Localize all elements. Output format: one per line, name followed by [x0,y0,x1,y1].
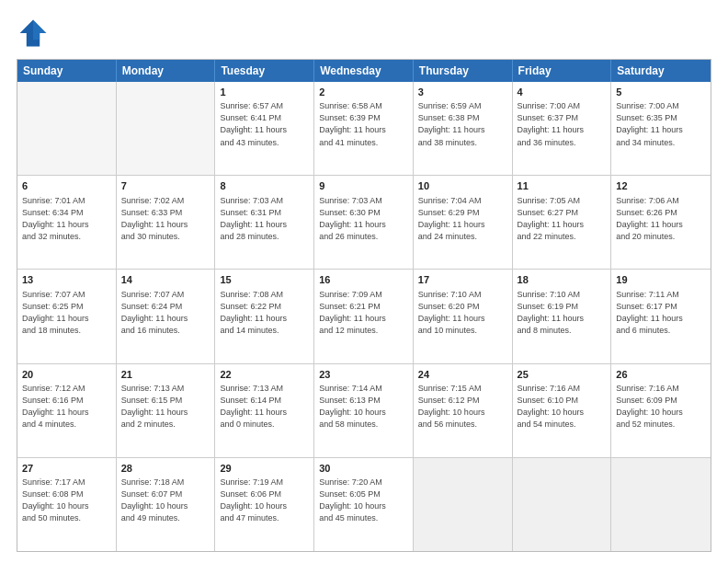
day-number: 1 [220,86,309,99]
day-detail: Sunrise: 7:10 AM Sunset: 6:19 PM Dayligh… [518,289,607,337]
calendar-cell [513,458,612,551]
day-detail: Sunrise: 7:19 AM Sunset: 6:06 PM Dayligh… [220,477,309,524]
calendar-header-cell: Sunday [17,60,117,82]
calendar-row: 1Sunrise: 6:57 AM Sunset: 6:41 PM Daylig… [17,82,711,175]
day-number: 16 [319,273,408,287]
day-number: 12 [616,179,706,193]
calendar-cell: 24Sunrise: 7:15 AM Sunset: 6:12 PM Dayli… [414,364,513,457]
day-detail: Sunrise: 7:03 AM Sunset: 6:30 PM Dayligh… [319,195,408,243]
calendar-cell: 27Sunrise: 7:17 AM Sunset: 6:08 PM Dayli… [17,458,117,551]
day-detail: Sunrise: 7:03 AM Sunset: 6:31 PM Dayligh… [220,195,309,243]
calendar-header-cell: Saturday [611,60,711,82]
day-detail: Sunrise: 7:09 AM Sunset: 6:21 PM Dayligh… [319,289,408,337]
day-detail: Sunrise: 6:58 AM Sunset: 6:39 PM Dayligh… [319,100,408,148]
calendar-cell: 15Sunrise: 7:08 AM Sunset: 6:22 PM Dayli… [215,270,314,362]
calendar-cell: 30Sunrise: 7:20 AM Sunset: 6:05 PM Dayli… [314,458,414,551]
calendar-header-cell: Tuesday [215,60,314,82]
day-number: 21 [121,368,210,382]
calendar-cell: 26Sunrise: 7:16 AM Sunset: 6:09 PM Dayli… [611,364,711,457]
day-number: 3 [418,86,507,99]
day-number: 7 [121,179,210,193]
day-number: 30 [319,462,408,476]
day-detail: Sunrise: 7:13 AM Sunset: 6:15 PM Dayligh… [121,383,210,431]
calendar-cell: 13Sunrise: 7:07 AM Sunset: 6:25 PM Dayli… [17,270,117,362]
calendar-cell: 22Sunrise: 7:13 AM Sunset: 6:14 PM Dayli… [215,364,314,457]
calendar-cell: 5Sunrise: 7:00 AM Sunset: 6:35 PM Daylig… [611,82,711,175]
day-detail: Sunrise: 7:15 AM Sunset: 6:12 PM Dayligh… [418,383,507,431]
calendar-cell: 20Sunrise: 7:12 AM Sunset: 6:16 PM Dayli… [17,364,117,457]
calendar-cell: 16Sunrise: 7:09 AM Sunset: 6:21 PM Dayli… [314,270,414,362]
day-number: 2 [319,86,408,99]
day-detail: Sunrise: 7:00 AM Sunset: 6:37 PM Dayligh… [518,100,607,148]
calendar-row: 20Sunrise: 7:12 AM Sunset: 6:16 PM Dayli… [17,363,711,457]
calendar-cell [611,458,711,551]
day-detail: Sunrise: 7:08 AM Sunset: 6:22 PM Dayligh… [220,289,309,337]
day-number: 28 [121,462,210,476]
day-detail: Sunrise: 7:02 AM Sunset: 6:33 PM Dayligh… [121,195,210,243]
calendar-row: 13Sunrise: 7:07 AM Sunset: 6:25 PM Dayli… [17,269,711,362]
day-detail: Sunrise: 7:07 AM Sunset: 6:24 PM Dayligh… [121,289,210,337]
day-number: 18 [518,273,607,287]
day-number: 22 [220,368,309,382]
svg-marker-1 [33,20,46,40]
day-detail: Sunrise: 7:07 AM Sunset: 6:25 PM Dayligh… [22,289,111,337]
calendar-cell: 3Sunrise: 6:59 AM Sunset: 6:38 PM Daylig… [414,82,513,175]
day-number: 20 [22,368,111,382]
calendar-cell: 19Sunrise: 7:11 AM Sunset: 6:17 PM Dayli… [611,270,711,362]
calendar-cell: 12Sunrise: 7:06 AM Sunset: 6:26 PM Dayli… [611,176,711,269]
calendar-cell: 2Sunrise: 6:58 AM Sunset: 6:39 PM Daylig… [314,82,414,175]
day-detail: Sunrise: 7:06 AM Sunset: 6:26 PM Dayligh… [616,195,706,243]
calendar-cell: 28Sunrise: 7:18 AM Sunset: 6:07 PM Dayli… [117,458,216,551]
calendar-cell: 18Sunrise: 7:10 AM Sunset: 6:19 PM Dayli… [513,270,612,362]
day-number: 9 [319,179,408,193]
day-number: 13 [22,273,111,287]
day-detail: Sunrise: 7:05 AM Sunset: 6:27 PM Dayligh… [518,195,607,243]
day-number: 4 [518,86,607,99]
day-number: 6 [22,179,111,193]
day-detail: Sunrise: 7:20 AM Sunset: 6:05 PM Dayligh… [319,477,408,524]
calendar-row: 27Sunrise: 7:17 AM Sunset: 6:08 PM Dayli… [17,457,711,551]
calendar-cell: 23Sunrise: 7:14 AM Sunset: 6:13 PM Dayli… [314,364,414,457]
calendar: SundayMondayTuesdayWednesdayThursdayFrid… [17,59,711,552]
day-number: 23 [319,368,408,382]
calendar-cell: 11Sunrise: 7:05 AM Sunset: 6:27 PM Dayli… [513,176,612,269]
calendar-header-cell: Friday [513,60,612,82]
day-detail: Sunrise: 6:59 AM Sunset: 6:38 PM Dayligh… [418,100,507,148]
day-number: 15 [220,273,309,287]
calendar-cell: 29Sunrise: 7:19 AM Sunset: 6:06 PM Dayli… [215,458,314,551]
day-detail: Sunrise: 6:57 AM Sunset: 6:41 PM Dayligh… [220,100,309,148]
day-detail: Sunrise: 7:10 AM Sunset: 6:20 PM Dayligh… [418,289,507,337]
calendar-cell: 4Sunrise: 7:00 AM Sunset: 6:37 PM Daylig… [513,82,612,175]
calendar-body: 1Sunrise: 6:57 AM Sunset: 6:41 PM Daylig… [17,82,711,551]
day-number: 29 [220,462,309,476]
day-number: 27 [22,462,111,476]
calendar-cell: 14Sunrise: 7:07 AM Sunset: 6:24 PM Dayli… [117,270,216,362]
day-detail: Sunrise: 7:17 AM Sunset: 6:08 PM Dayligh… [22,477,111,524]
calendar-cell [117,82,216,175]
day-number: 14 [121,273,210,287]
calendar-cell: 21Sunrise: 7:13 AM Sunset: 6:15 PM Dayli… [117,364,216,457]
calendar-header-cell: Monday [117,60,216,82]
page: SundayMondayTuesdayWednesdayThursdayFrid… [0,0,728,563]
calendar-cell: 6Sunrise: 7:01 AM Sunset: 6:34 PM Daylig… [17,176,117,269]
calendar-cell: 1Sunrise: 6:57 AM Sunset: 6:41 PM Daylig… [215,82,314,175]
calendar-row: 6Sunrise: 7:01 AM Sunset: 6:34 PM Daylig… [17,175,711,269]
day-detail: Sunrise: 7:11 AM Sunset: 6:17 PM Dayligh… [616,289,706,337]
day-detail: Sunrise: 7:01 AM Sunset: 6:34 PM Dayligh… [22,195,111,243]
day-detail: Sunrise: 7:18 AM Sunset: 6:07 PM Dayligh… [121,477,210,524]
calendar-cell: 10Sunrise: 7:04 AM Sunset: 6:29 PM Dayli… [414,176,513,269]
day-number: 26 [616,368,706,382]
calendar-cell: 9Sunrise: 7:03 AM Sunset: 6:30 PM Daylig… [314,176,414,269]
logo [17,17,55,50]
logo-icon [17,17,50,50]
calendar-header-cell: Wednesday [314,60,414,82]
calendar-cell [17,82,117,175]
day-detail: Sunrise: 7:16 AM Sunset: 6:09 PM Dayligh… [616,383,706,431]
calendar-cell: 8Sunrise: 7:03 AM Sunset: 6:31 PM Daylig… [215,176,314,269]
day-number: 5 [616,86,706,99]
day-number: 10 [418,179,507,193]
day-detail: Sunrise: 7:16 AM Sunset: 6:10 PM Dayligh… [518,383,607,431]
day-number: 19 [616,273,706,287]
day-number: 8 [220,179,309,193]
calendar-cell [414,458,513,551]
